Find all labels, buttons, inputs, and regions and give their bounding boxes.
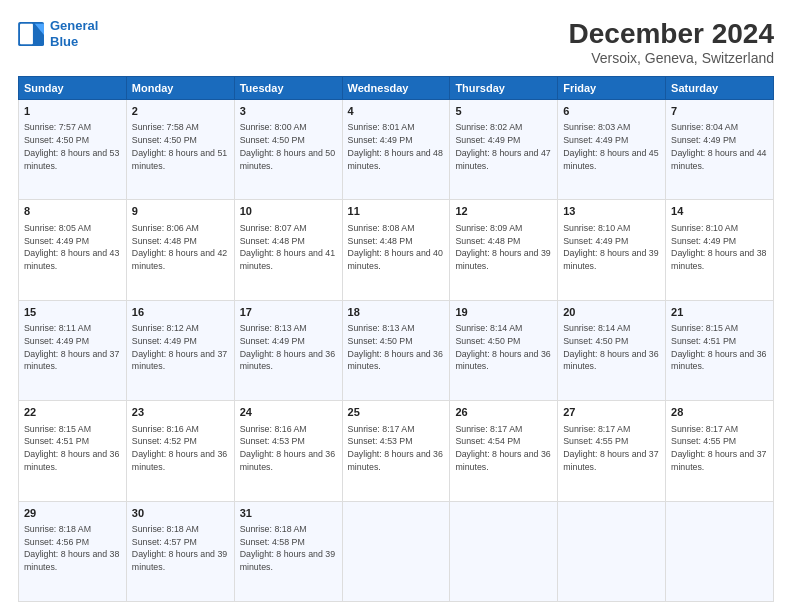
cell-info: Sunrise: 8:10 AMSunset: 4:49 PMDaylight:…: [563, 222, 660, 273]
calendar-cell: 29Sunrise: 8:18 AMSunset: 4:56 PMDayligh…: [19, 501, 127, 601]
calendar-week-row-4: 22Sunrise: 8:15 AMSunset: 4:51 PMDayligh…: [19, 401, 774, 501]
calendar-week-row-5: 29Sunrise: 8:18 AMSunset: 4:56 PMDayligh…: [19, 501, 774, 601]
day-number: 30: [132, 506, 229, 521]
cell-info: Sunrise: 8:04 AMSunset: 4:49 PMDaylight:…: [671, 121, 768, 172]
cell-info: Sunrise: 8:17 AMSunset: 4:55 PMDaylight:…: [563, 423, 660, 474]
calendar-cell: 1Sunrise: 7:57 AMSunset: 4:50 PMDaylight…: [19, 100, 127, 200]
day-number: 22: [24, 405, 121, 420]
title-block: December 2024 Versoix, Geneva, Switzerla…: [569, 18, 774, 66]
day-number: 20: [563, 305, 660, 320]
cell-info: Sunrise: 8:02 AMSunset: 4:49 PMDaylight:…: [455, 121, 552, 172]
day-number: 19: [455, 305, 552, 320]
logo-blue: Blue: [50, 34, 78, 49]
calendar-week-row-3: 15Sunrise: 8:11 AMSunset: 4:49 PMDayligh…: [19, 300, 774, 400]
cell-info: Sunrise: 8:13 AMSunset: 4:50 PMDaylight:…: [348, 322, 445, 373]
cell-info: Sunrise: 8:17 AMSunset: 4:53 PMDaylight:…: [348, 423, 445, 474]
calendar-cell: 2Sunrise: 7:58 AMSunset: 4:50 PMDaylight…: [126, 100, 234, 200]
cell-info: Sunrise: 8:15 AMSunset: 4:51 PMDaylight:…: [24, 423, 121, 474]
calendar-cell: 7Sunrise: 8:04 AMSunset: 4:49 PMDaylight…: [666, 100, 774, 200]
day-number: 13: [563, 204, 660, 219]
day-number: 12: [455, 204, 552, 219]
cell-info: Sunrise: 8:18 AMSunset: 4:57 PMDaylight:…: [132, 523, 229, 574]
cell-info: Sunrise: 8:17 AMSunset: 4:54 PMDaylight:…: [455, 423, 552, 474]
day-number: 16: [132, 305, 229, 320]
cell-info: Sunrise: 8:18 AMSunset: 4:58 PMDaylight:…: [240, 523, 337, 574]
cell-info: Sunrise: 8:00 AMSunset: 4:50 PMDaylight:…: [240, 121, 337, 172]
cell-info: Sunrise: 8:16 AMSunset: 4:53 PMDaylight:…: [240, 423, 337, 474]
weekday-header-tuesday: Tuesday: [234, 77, 342, 100]
day-number: 15: [24, 305, 121, 320]
cell-info: Sunrise: 8:16 AMSunset: 4:52 PMDaylight:…: [132, 423, 229, 474]
calendar-cell: 24Sunrise: 8:16 AMSunset: 4:53 PMDayligh…: [234, 401, 342, 501]
day-number: 2: [132, 104, 229, 119]
calendar-cell: 16Sunrise: 8:12 AMSunset: 4:49 PMDayligh…: [126, 300, 234, 400]
cell-info: Sunrise: 8:07 AMSunset: 4:48 PMDaylight:…: [240, 222, 337, 273]
calendar-header-row: SundayMondayTuesdayWednesdayThursdayFrid…: [19, 77, 774, 100]
day-number: 5: [455, 104, 552, 119]
logo-text: General Blue: [50, 18, 98, 49]
header: General Blue December 2024 Versoix, Gene…: [18, 18, 774, 66]
cell-info: Sunrise: 8:06 AMSunset: 4:48 PMDaylight:…: [132, 222, 229, 273]
calendar-cell: 22Sunrise: 8:15 AMSunset: 4:51 PMDayligh…: [19, 401, 127, 501]
logo: General Blue: [18, 18, 98, 49]
cell-info: Sunrise: 8:03 AMSunset: 4:49 PMDaylight:…: [563, 121, 660, 172]
day-number: 24: [240, 405, 337, 420]
day-number: 11: [348, 204, 445, 219]
cell-info: Sunrise: 8:18 AMSunset: 4:56 PMDaylight:…: [24, 523, 121, 574]
weekday-header-friday: Friday: [558, 77, 666, 100]
day-number: 9: [132, 204, 229, 219]
calendar-cell: 10Sunrise: 8:07 AMSunset: 4:48 PMDayligh…: [234, 200, 342, 300]
calendar-cell: 26Sunrise: 8:17 AMSunset: 4:54 PMDayligh…: [450, 401, 558, 501]
weekday-header-monday: Monday: [126, 77, 234, 100]
calendar-cell: 12Sunrise: 8:09 AMSunset: 4:48 PMDayligh…: [450, 200, 558, 300]
calendar-week-row-1: 1Sunrise: 7:57 AMSunset: 4:50 PMDaylight…: [19, 100, 774, 200]
cell-info: Sunrise: 8:13 AMSunset: 4:49 PMDaylight:…: [240, 322, 337, 373]
weekday-header-wednesday: Wednesday: [342, 77, 450, 100]
calendar-cell: [558, 501, 666, 601]
day-number: 25: [348, 405, 445, 420]
logo-icon: [18, 22, 46, 46]
calendar-cell: 27Sunrise: 8:17 AMSunset: 4:55 PMDayligh…: [558, 401, 666, 501]
day-number: 26: [455, 405, 552, 420]
calendar-cell: 31Sunrise: 8:18 AMSunset: 4:58 PMDayligh…: [234, 501, 342, 601]
day-number: 18: [348, 305, 445, 320]
calendar-cell: 28Sunrise: 8:17 AMSunset: 4:55 PMDayligh…: [666, 401, 774, 501]
day-number: 3: [240, 104, 337, 119]
logo-general: General: [50, 18, 98, 33]
weekday-header-thursday: Thursday: [450, 77, 558, 100]
calendar-cell: 4Sunrise: 8:01 AMSunset: 4:49 PMDaylight…: [342, 100, 450, 200]
day-number: 28: [671, 405, 768, 420]
day-number: 10: [240, 204, 337, 219]
calendar-cell: 18Sunrise: 8:13 AMSunset: 4:50 PMDayligh…: [342, 300, 450, 400]
cell-info: Sunrise: 8:14 AMSunset: 4:50 PMDaylight:…: [563, 322, 660, 373]
calendar-cell: 6Sunrise: 8:03 AMSunset: 4:49 PMDaylight…: [558, 100, 666, 200]
cell-info: Sunrise: 7:58 AMSunset: 4:50 PMDaylight:…: [132, 121, 229, 172]
calendar-cell: 11Sunrise: 8:08 AMSunset: 4:48 PMDayligh…: [342, 200, 450, 300]
calendar-cell: 23Sunrise: 8:16 AMSunset: 4:52 PMDayligh…: [126, 401, 234, 501]
cell-info: Sunrise: 8:15 AMSunset: 4:51 PMDaylight:…: [671, 322, 768, 373]
calendar-cell: 21Sunrise: 8:15 AMSunset: 4:51 PMDayligh…: [666, 300, 774, 400]
cell-info: Sunrise: 8:17 AMSunset: 4:55 PMDaylight:…: [671, 423, 768, 474]
calendar-cell: 20Sunrise: 8:14 AMSunset: 4:50 PMDayligh…: [558, 300, 666, 400]
day-number: 6: [563, 104, 660, 119]
calendar-cell: 17Sunrise: 8:13 AMSunset: 4:49 PMDayligh…: [234, 300, 342, 400]
calendar-cell: 15Sunrise: 8:11 AMSunset: 4:49 PMDayligh…: [19, 300, 127, 400]
cell-info: Sunrise: 8:09 AMSunset: 4:48 PMDaylight:…: [455, 222, 552, 273]
day-number: 17: [240, 305, 337, 320]
calendar-cell: 13Sunrise: 8:10 AMSunset: 4:49 PMDayligh…: [558, 200, 666, 300]
calendar-table: SundayMondayTuesdayWednesdayThursdayFrid…: [18, 76, 774, 602]
day-number: 7: [671, 104, 768, 119]
calendar-cell: [450, 501, 558, 601]
cell-info: Sunrise: 8:08 AMSunset: 4:48 PMDaylight:…: [348, 222, 445, 273]
svg-rect-2: [20, 23, 33, 43]
day-number: 31: [240, 506, 337, 521]
calendar-cell: [666, 501, 774, 601]
calendar-cell: 19Sunrise: 8:14 AMSunset: 4:50 PMDayligh…: [450, 300, 558, 400]
cell-info: Sunrise: 8:10 AMSunset: 4:49 PMDaylight:…: [671, 222, 768, 273]
cell-info: Sunrise: 8:12 AMSunset: 4:49 PMDaylight:…: [132, 322, 229, 373]
calendar-cell: 25Sunrise: 8:17 AMSunset: 4:53 PMDayligh…: [342, 401, 450, 501]
cell-info: Sunrise: 8:14 AMSunset: 4:50 PMDaylight:…: [455, 322, 552, 373]
day-number: 14: [671, 204, 768, 219]
page: General Blue December 2024 Versoix, Gene…: [0, 0, 792, 612]
day-number: 23: [132, 405, 229, 420]
